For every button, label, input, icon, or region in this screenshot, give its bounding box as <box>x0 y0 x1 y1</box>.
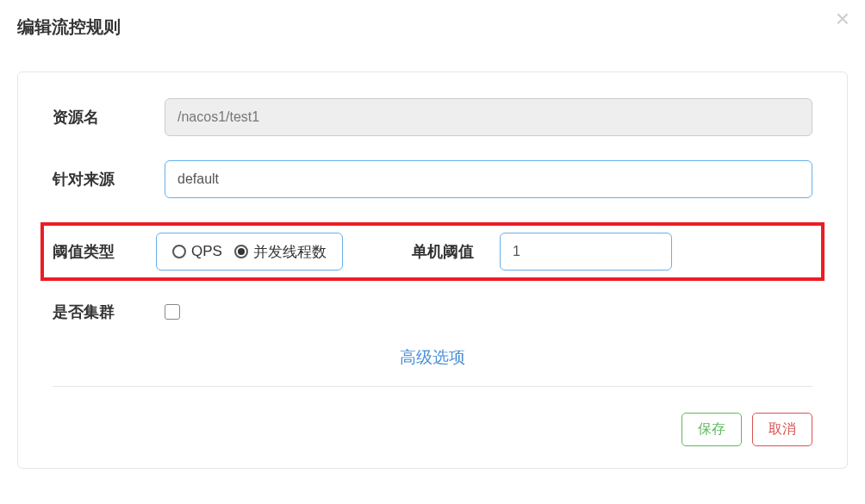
cluster-label: 是否集群 <box>53 302 165 322</box>
cluster-checkbox[interactable] <box>165 304 180 320</box>
radio-icon <box>172 245 186 258</box>
radio-label-threads: 并发线程数 <box>253 242 327 262</box>
form-row-source: 针对来源 <box>53 160 812 198</box>
modal-body: 资源名 针对来源 阈值类型 QPS 并发线程数 单机阈值 是否集群 高级选项 <box>17 72 848 469</box>
form-row-cluster: 是否集群 <box>53 302 812 322</box>
threshold-type-radio-group: QPS 并发线程数 <box>156 233 343 271</box>
threshold-highlight-row: 阈值类型 QPS 并发线程数 单机阈值 <box>40 222 825 281</box>
threshold-value-input[interactable] <box>500 233 672 271</box>
modal-footer: 保存 取消 <box>53 404 812 446</box>
resource-label: 资源名 <box>53 107 165 128</box>
cancel-button[interactable]: 取消 <box>752 413 812 446</box>
advanced-options-link[interactable]: 高级选项 <box>400 348 465 366</box>
source-label: 针对来源 <box>53 169 165 190</box>
source-input[interactable] <box>165 160 812 198</box>
cluster-checkbox-wrap <box>165 304 180 320</box>
radio-option-threads[interactable]: 并发线程数 <box>234 242 327 262</box>
divider <box>53 386 812 387</box>
advanced-options-row: 高级选项 <box>53 346 812 369</box>
threshold-value-label: 单机阈值 <box>412 241 474 262</box>
resource-input <box>165 98 812 136</box>
modal-title: 编辑流控规则 <box>17 16 848 39</box>
threshold-type-label: 阈值类型 <box>53 241 156 262</box>
form-row-resource: 资源名 <box>53 98 812 136</box>
radio-icon-checked <box>234 245 248 258</box>
modal-header: 编辑流控规则 × <box>0 0 865 54</box>
radio-option-qps[interactable]: QPS <box>172 243 222 260</box>
save-button[interactable]: 保存 <box>681 413 742 446</box>
close-button[interactable]: × <box>836 7 849 31</box>
radio-label-qps: QPS <box>191 243 222 260</box>
